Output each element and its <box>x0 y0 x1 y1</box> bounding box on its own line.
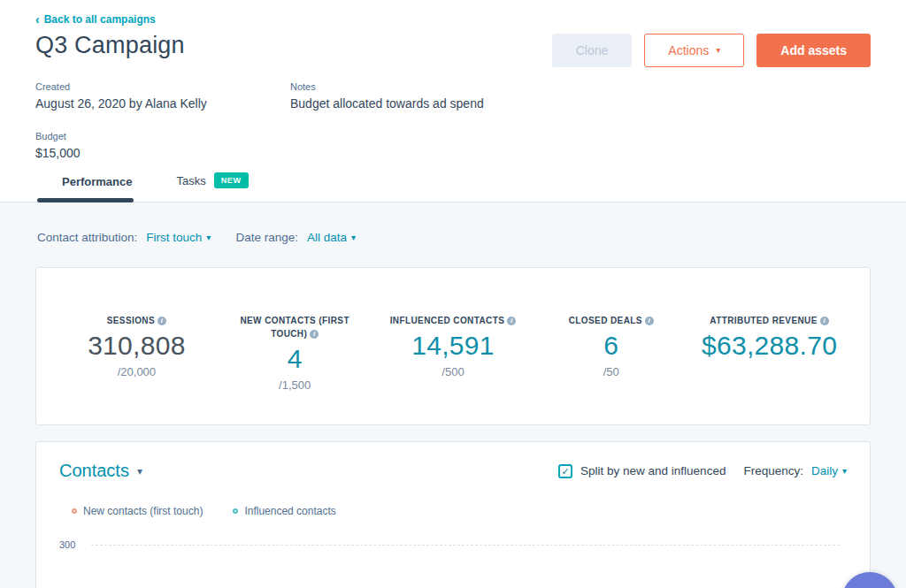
contacts-chart-card: Contacts ▾ ✓ Split by new and influenced… <box>35 441 871 588</box>
metric-sessions-goal: /20,000 <box>58 365 216 378</box>
notes-label: Notes <box>290 81 871 92</box>
metric-closed-deals-value: 6 <box>532 331 690 361</box>
split-checkbox[interactable]: ✓ <box>558 464 572 478</box>
metric-new-contacts-value: 4 <box>216 344 374 374</box>
chevron-down-icon: ▾ <box>716 46 720 55</box>
performance-panel: Contact attribution: First touch ▾ Date … <box>0 202 906 588</box>
chevron-down-icon: ▾ <box>137 466 142 477</box>
frequency-label: Frequency: <box>743 464 803 477</box>
budget-value: $15,000 <box>35 146 290 160</box>
y-axis-tick: 300 <box>59 539 82 550</box>
metric-influenced-contacts-value: 14,591 <box>374 331 533 361</box>
metric-sessions-value: 310,808 <box>58 331 216 361</box>
info-icon[interactable]: i <box>645 317 654 325</box>
back-to-campaigns-link[interactable]: ‹ Back to all campaigns <box>35 13 156 26</box>
metric-attributed-revenue: ATTRIBUTED REVENUEi $63,288.70 <box>690 314 848 424</box>
campaign-meta: Created August 26, 2020 by Alana Kelly N… <box>35 81 871 160</box>
metric-influenced-contacts: INFLUENCED CONTACTSi 14,591 /500 <box>374 314 533 424</box>
chart-legend: New contacts (first touch) Influenced co… <box>72 505 847 517</box>
date-range-dropdown[interactable]: All data ▾ <box>307 231 356 244</box>
metric-new-contacts: NEW CONTACTS (FIRST TOUCH)i 4 /1,500 <box>216 314 374 424</box>
page-header: ‹ Back to all campaigns Q3 Campaign Clon… <box>0 0 906 160</box>
metric-closed-deals: CLOSED DEALSi 6 /50 <box>532 314 690 424</box>
date-range-value: All data <box>307 231 347 244</box>
add-assets-button[interactable]: Add assets <box>756 34 871 67</box>
filter-row: Contact attribution: First touch ▾ Date … <box>37 231 871 244</box>
clone-button[interactable]: Clone <box>552 34 633 67</box>
contacts-title-label: Contacts <box>59 461 129 481</box>
metric-attributed-revenue-value: $63,288.70 <box>690 331 848 361</box>
frequency-dropdown[interactable]: Daily ▾ <box>811 464 847 477</box>
gridline <box>91 545 840 546</box>
created-value: August 26, 2020 by Alana Kelly <box>35 96 290 111</box>
created-label: Created <box>35 81 290 92</box>
chevron-down-icon: ▾ <box>206 233 211 242</box>
legend-item-influenced-contacts[interactable]: Influenced contacts <box>233 505 335 517</box>
tab-tasks-label: Tasks <box>176 174 205 187</box>
contact-attribution-value: First touch <box>146 231 202 244</box>
notes-value: Budget allocated towards ad spend <box>290 96 871 111</box>
chevron-down-icon: ▾ <box>842 467 847 476</box>
info-icon[interactable]: i <box>157 317 166 325</box>
metric-closed-deals-goal: /50 <box>532 365 690 378</box>
legend-dot-icon <box>233 508 238 514</box>
date-range-label: Date range: <box>235 231 298 244</box>
created-block: Created August 26, 2020 by Alana Kelly <box>35 81 290 111</box>
header-actions: Clone Actions ▾ Add assets <box>552 34 871 67</box>
metric-sessions: SESSIONSi 310,808 /20,000 <box>58 314 216 424</box>
contacts-metric-dropdown[interactable]: Contacts ▾ <box>59 461 142 481</box>
tab-performance-label: Performance <box>62 175 132 188</box>
contact-attribution-label: Contact attribution: <box>37 231 137 244</box>
split-checkbox-label: Split by new and influenced <box>580 464 726 477</box>
chevron-left-icon: ‹ <box>35 15 40 24</box>
info-icon[interactable]: i <box>820 317 829 325</box>
metrics-summary-card: SESSIONSi 310,808 /20,000 NEW CONTACTS (… <box>35 267 871 425</box>
legend-influenced-contacts-label: Influenced contacts <box>244 505 335 517</box>
budget-label: Budget <box>35 131 290 141</box>
metric-influenced-contacts-goal: /500 <box>374 365 533 378</box>
metric-new-contacts-label: NEW CONTACTS (FIRST TOUCH)i <box>224 314 365 340</box>
tab-bar: Performance Tasks NEW <box>0 172 906 202</box>
metric-new-contacts-goal: /1,500 <box>216 378 374 392</box>
frequency-value: Daily <box>811 464 838 477</box>
legend-dot-icon <box>72 508 77 514</box>
metric-closed-deals-label: CLOSED DEALSi <box>541 314 682 327</box>
metric-influenced-contacts-label: INFLUENCED CONTACTSi <box>382 314 524 327</box>
back-link-label: Back to all campaigns <box>44 13 156 26</box>
budget-block: Budget $15,000 <box>35 131 290 160</box>
metric-sessions-label: SESSIONSi <box>65 314 207 327</box>
new-badge: NEW <box>214 172 249 188</box>
page-title: Q3 Campaign <box>35 32 185 59</box>
chevron-down-icon: ▾ <box>351 233 356 242</box>
campaign-detail-page: ‹ Back to all campaigns Q3 Campaign Clon… <box>0 0 906 588</box>
contacts-card-header: Contacts ▾ ✓ Split by new and influenced… <box>59 461 847 481</box>
info-icon[interactable]: i <box>310 330 319 339</box>
chart-controls: ✓ Split by new and influenced Frequency:… <box>558 464 847 478</box>
notes-block: Notes Budget allocated towards ad spend <box>290 81 871 111</box>
contact-attribution-dropdown[interactable]: First touch ▾ <box>146 231 211 244</box>
info-icon[interactable]: i <box>507 317 516 325</box>
tab-tasks[interactable]: Tasks NEW <box>176 172 248 202</box>
actions-dropdown-button[interactable]: Actions ▾ <box>644 34 744 67</box>
legend-item-new-contacts[interactable]: New contacts (first touch) <box>72 505 203 517</box>
actions-button-label: Actions <box>668 43 709 57</box>
legend-new-contacts-label: New contacts (first touch) <box>83 505 203 517</box>
title-row: Q3 Campaign Clone Actions ▾ Add assets <box>35 32 871 67</box>
chart-plot-area: 300 <box>59 539 847 550</box>
tab-performance[interactable]: Performance <box>62 175 132 202</box>
metric-attributed-revenue-label: ATTRIBUTED REVENUEi <box>699 314 841 327</box>
